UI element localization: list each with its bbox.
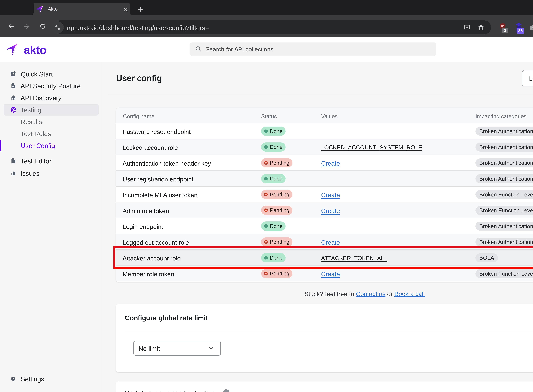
svg-text:uo: uo xyxy=(501,24,504,28)
